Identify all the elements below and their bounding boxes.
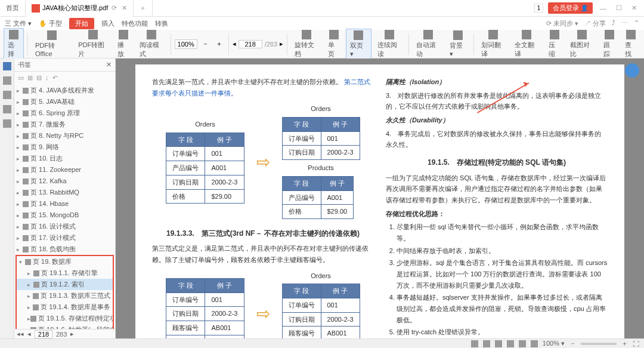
- outline-item[interactable]: ▸页 10. 日志: [14, 153, 115, 164]
- page-input[interactable]: [239, 40, 262, 48]
- hand-tool[interactable]: ✋ 手型: [39, 19, 62, 28]
- zoom-in-icon[interactable]: ＋: [213, 39, 225, 48]
- start-tab[interactable]: 开始: [69, 18, 94, 29]
- file-menu[interactable]: 三 文件 ▾: [5, 19, 32, 28]
- notif-badge[interactable]: 1: [534, 4, 544, 13]
- maximize-icon[interactable]: ☐: [614, 4, 624, 12]
- background-button[interactable]: 背景 ▾: [446, 29, 470, 59]
- rail-icon-4[interactable]: [3, 105, 11, 113]
- status-icon-3[interactable]: [495, 340, 502, 347]
- image-compare[interactable]: 截图对比: [566, 29, 597, 60]
- pdf-to-image[interactable]: PDF转图片: [75, 29, 112, 60]
- sf-prev[interactable]: ◂: [27, 330, 31, 338]
- wrap-button[interactable]: ⤴: [612, 19, 615, 28]
- next-page-icon[interactable]: ▸: [280, 40, 283, 48]
- outline-item[interactable]: ▸页 14. Hbase: [14, 198, 115, 210]
- sf-next[interactable]: ▸: [70, 330, 74, 338]
- outline-item[interactable]: ▸页 18. 负载均衡: [14, 244, 115, 255]
- rotate-button[interactable]: 旋转文档: [291, 29, 322, 60]
- more-icon[interactable]: ⋯: [621, 19, 628, 28]
- pdf-img-icon: [88, 30, 98, 39]
- outline-item[interactable]: ▸页 9. 网络: [14, 141, 115, 153]
- outline-item[interactable]: ▸页 19.1.1. 存储引擎: [17, 267, 113, 279]
- trace-button[interactable]: 跟踪: [600, 29, 619, 60]
- opt-item: 少使用游标。sql 是个集合语言，对于集合运算具有较高性能。而 cursors …: [397, 257, 608, 291]
- outline-item[interactable]: ▸页 15. MongoDB: [14, 210, 115, 221]
- sb-tool-3[interactable]: ⊟: [36, 74, 42, 82]
- word-translate[interactable]: 划词翻译: [478, 29, 509, 60]
- sidebar-close-icon[interactable]: ✕: [106, 61, 112, 69]
- collapse-icon[interactable]: ⌃: [634, 19, 639, 28]
- float-assist-icon[interactable]: [625, 63, 639, 78]
- durability-label: 永久性（Durability）: [386, 116, 449, 124]
- tab-document[interactable]: JAVA核心知识整理.pdf ⟳ ✕: [26, 0, 134, 17]
- close-icon[interactable]: ✕: [122, 4, 127, 12]
- outline-item[interactable]: ▸页 13. RabbitMQ: [14, 187, 115, 198]
- tab-refresh-icon[interactable]: ⟳: [112, 4, 117, 12]
- outline-item[interactable]: ▸页 19.1.6. 触发器(一段能自动执行的程序): [17, 324, 113, 329]
- rail-icon-5[interactable]: [3, 119, 11, 128]
- rail-icon-3[interactable]: [3, 91, 11, 99]
- rotate-icon: [302, 30, 311, 39]
- prev-page-icon[interactable]: ◂: [233, 40, 236, 48]
- outline-item[interactable]: ▾页 19. 数据库: [17, 256, 113, 267]
- compress-button[interactable]: 压缩: [545, 29, 564, 60]
- outline-item[interactable]: ▸页 19.1.4. 数据库是事务: [17, 301, 113, 313]
- outline-item[interactable]: ▸页 19.1.5. 存储过程(特定功能的SQL 语句集): [17, 313, 113, 324]
- fullscreen-icon[interactable]: ⛶: [633, 340, 639, 347]
- single-page[interactable]: 单页: [324, 29, 343, 60]
- bookmark-rail-icon[interactable]: [3, 62, 11, 70]
- outline-item[interactable]: ▸页 8. Netty 与RPC: [14, 130, 115, 141]
- close-window-icon[interactable]: ✕: [629, 4, 639, 12]
- status-icon-4[interactable]: [507, 340, 514, 347]
- convert-tab[interactable]: 转换: [155, 19, 168, 28]
- pdf-to-office[interactable]: PDF转Office: [32, 29, 72, 58]
- outline-item[interactable]: ▸页 17. 设计模式: [14, 232, 115, 244]
- full-translate[interactable]: 全文翻译: [511, 29, 542, 60]
- outline-item[interactable]: ▸页 5. JAVA基础: [14, 96, 115, 107]
- insert-tab[interactable]: 插入: [101, 19, 114, 28]
- read-mode[interactable]: 阅读模式: [136, 29, 167, 60]
- outline-item[interactable]: ▸页 4. JAVA多线程并发: [14, 85, 115, 96]
- sb-tool-4[interactable]: ↓: [45, 74, 49, 81]
- status-icon-2[interactable]: [483, 340, 490, 347]
- zoom-select[interactable]: 100%: [175, 39, 197, 49]
- status-zoom[interactable]: 100% ▾: [543, 340, 565, 347]
- left-rail: [0, 58, 14, 338]
- outline-item[interactable]: ▸页 6. Spring 原理: [14, 107, 115, 119]
- find-button[interactable]: 查找: [621, 29, 640, 60]
- outline-item[interactable]: ▸页 12. Kafka: [14, 175, 115, 187]
- zoom-out-status[interactable]: －: [569, 339, 576, 348]
- zoom-in-status[interactable]: ＋: [621, 339, 628, 348]
- outline-item[interactable]: ▸页 7. 微服务: [14, 119, 115, 130]
- tab-home[interactable]: 首页: [0, 0, 26, 17]
- sf-page-input[interactable]: [35, 330, 52, 338]
- zoom-out-icon[interactable]: －: [200, 39, 211, 48]
- play-button[interactable]: 播放: [114, 29, 133, 60]
- continuous-read[interactable]: 连续阅读: [374, 29, 405, 60]
- sb-tool-2[interactable]: ⊞: [27, 74, 33, 82]
- minimize-icon[interactable]: —: [597, 5, 609, 12]
- sb-tool-1[interactable]: ▭: [18, 74, 24, 82]
- status-icon-1[interactable]: [471, 340, 478, 347]
- select-tool[interactable]: 选择: [4, 28, 24, 60]
- sb-tool-5[interactable]: ↶: [52, 74, 58, 82]
- outline-item[interactable]: ▸页 19.1.3. 数据库三范式: [17, 290, 113, 301]
- special-tab[interactable]: 特色功能: [122, 19, 148, 28]
- sync-status[interactable]: ⟳ 未同步 ▾: [546, 19, 578, 28]
- auto-scroll[interactable]: 自动滚动: [413, 29, 444, 60]
- rail-icon-2[interactable]: [3, 76, 11, 85]
- outline-item[interactable]: ▸页 19.1.2. 索引: [17, 279, 113, 290]
- double-page[interactable]: 双页 ▾: [346, 29, 371, 60]
- status-icon-5[interactable]: [519, 340, 526, 347]
- autoscroll-icon: [423, 30, 433, 39]
- outline-item[interactable]: ▸页 16. 设计模式: [14, 221, 115, 232]
- tab-add[interactable]: ＋: [134, 0, 153, 17]
- status-icon-6[interactable]: [531, 340, 538, 347]
- zoom-slider[interactable]: [581, 343, 617, 345]
- sf-prev-icon[interactable]: ◂◂: [17, 330, 24, 338]
- outline-item[interactable]: ▸页 11. Zookeeper: [14, 164, 115, 175]
- share-button[interactable]: ↗ 分享: [584, 19, 606, 28]
- annotation-arrow: [469, 82, 529, 124]
- login-button[interactable]: 会员登录 👤: [548, 2, 593, 14]
